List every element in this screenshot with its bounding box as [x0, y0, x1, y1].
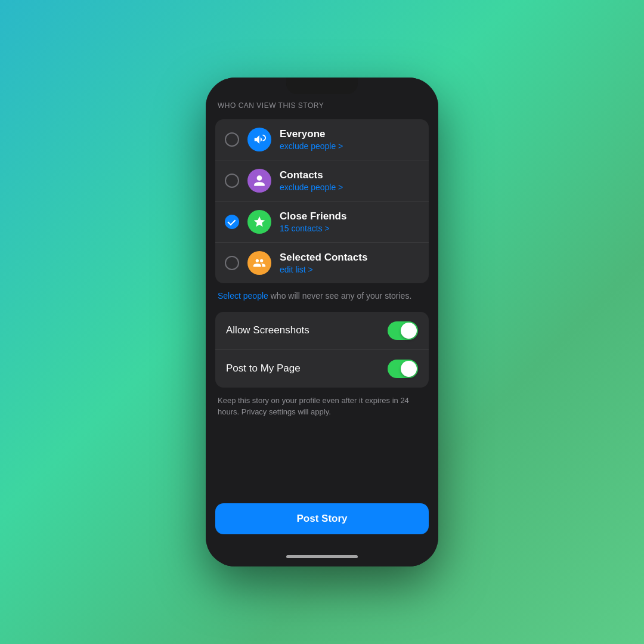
radio-selected-contacts[interactable]: [225, 256, 239, 270]
close-friends-icon: [247, 210, 271, 234]
option-text-contacts: Contacts exclude people >: [280, 169, 343, 192]
toggle-label-screenshots: Allow Screenshots: [226, 324, 309, 336]
option-subtitle-everyone[interactable]: exclude people >: [280, 141, 343, 151]
option-subtitle-contacts[interactable]: exclude people >: [280, 182, 343, 192]
option-row-selected-contacts[interactable]: Selected Contacts edit list >: [215, 243, 429, 283]
radio-everyone[interactable]: [225, 132, 239, 147]
option-title-close-friends: Close Friends: [280, 210, 346, 222]
option-title-selected-contacts: Selected Contacts: [280, 252, 367, 264]
phone-screen: WHO CAN VIEW THIS STORY Everyone exclude…: [206, 78, 438, 566]
option-subtitle-selected-contacts[interactable]: edit list >: [280, 265, 367, 274]
contacts-icon: [247, 169, 271, 193]
home-indicator-bar: [286, 555, 358, 558]
toggle-row-post-page: Post to My Page: [215, 350, 429, 388]
home-indicator: [206, 546, 438, 566]
toggles-card: Allow Screenshots Post to My Page: [215, 312, 429, 388]
hint-link[interactable]: Select people: [218, 291, 268, 301]
option-title-contacts: Contacts: [280, 169, 343, 181]
radio-contacts[interactable]: [225, 174, 239, 188]
options-card: Everyone exclude people > Contacts exclu: [215, 119, 429, 283]
option-row-close-friends[interactable]: Close Friends 15 contacts >: [215, 202, 429, 243]
hint-text: Select people who will never see any of …: [215, 290, 429, 302]
radio-close-friends[interactable]: [225, 215, 239, 229]
everyone-icon: [247, 128, 271, 151]
toggle-row-screenshots: Allow Screenshots: [215, 312, 429, 350]
option-text-selected-contacts: Selected Contacts edit list >: [280, 252, 367, 274]
phone-notch: [286, 78, 358, 94]
post-story-button[interactable]: Post Story: [215, 503, 429, 534]
star-icon: [253, 215, 266, 228]
option-subtitle-close-friends[interactable]: 15 contacts >: [280, 224, 346, 233]
toggle-thumb-post-page: [401, 361, 417, 377]
megaphone-icon: [253, 133, 266, 146]
post-hint: Keep this story on your profile even aft…: [215, 395, 429, 418]
phone-frame: WHO CAN VIEW THIS STORY Everyone exclude…: [206, 78, 438, 566]
option-text-close-friends: Close Friends 15 contacts >: [280, 210, 346, 233]
toggle-label-post-page: Post to My Page: [226, 363, 301, 374]
post-to-page-toggle[interactable]: [388, 360, 418, 378]
person-icon: [253, 174, 266, 187]
toggle-thumb-screenshots: [401, 323, 417, 339]
post-button-container: Post Story: [206, 494, 438, 546]
option-row-contacts[interactable]: Contacts exclude people >: [215, 160, 429, 202]
option-row-everyone[interactable]: Everyone exclude people >: [215, 119, 429, 160]
section-label: WHO CAN VIEW THIS STORY: [215, 101, 429, 110]
option-text-everyone: Everyone exclude people >: [280, 128, 343, 151]
allow-screenshots-toggle[interactable]: [388, 321, 418, 340]
screen-content: WHO CAN VIEW THIS STORY Everyone exclude…: [206, 101, 438, 494]
group-icon: [253, 256, 266, 270]
post-story-label: Post Story: [296, 513, 347, 525]
selected-contacts-icon: [247, 251, 271, 275]
option-title-everyone: Everyone: [280, 128, 343, 140]
hint-text-rest: who will never see any of your stories.: [268, 291, 411, 301]
